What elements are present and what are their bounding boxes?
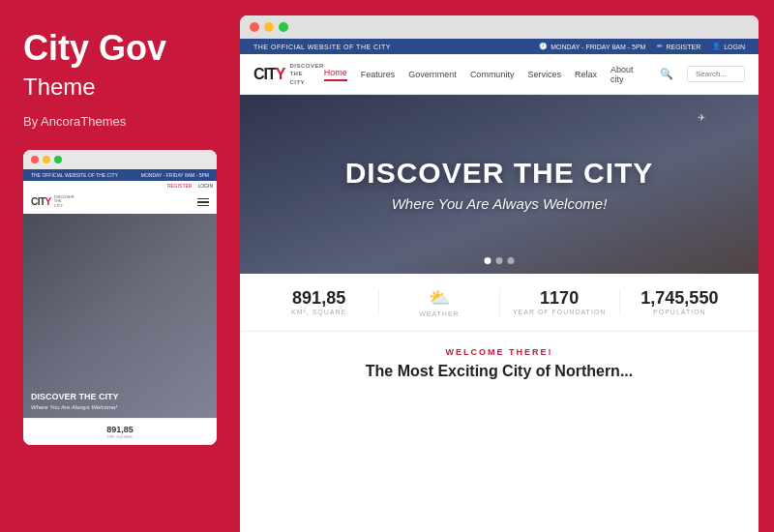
rdot-green bbox=[279, 22, 288, 32]
mini-stat-num: 891,85 bbox=[106, 425, 134, 434]
mini-logo-text: CITY bbox=[31, 196, 51, 207]
right-browser-bar bbox=[240, 15, 759, 39]
mini-stat-square: 891,85 KM², SQUARE bbox=[106, 425, 134, 439]
desktop-navbar: CITY DISCOVER THE CITY Home Features Gov… bbox=[240, 54, 759, 95]
desktop-topbar-right: 🕗 MONDAY - FRIDAY 8AM - 5PM ✏ REGISTER 👤… bbox=[539, 43, 745, 50]
desktop-logo-text: CITY bbox=[253, 66, 284, 83]
mini-schedule: MONDAY - FRIDAY 8AM - 5PM bbox=[141, 172, 209, 178]
theme-subtitle: Theme bbox=[23, 74, 217, 101]
desktop-hero: ✈ DISCOVER THE CITY Where You Are Always… bbox=[240, 95, 759, 274]
weather-icon: ⛅ bbox=[389, 287, 489, 309]
desktop-topbar-left: THE OFFICIAL WEBSITE OF THE CITY bbox=[253, 44, 391, 50]
stat-population: 1,745,550 POPULATION bbox=[620, 289, 739, 315]
login-icon: 👤 bbox=[712, 43, 721, 50]
nav-item-features[interactable]: Features bbox=[361, 70, 396, 79]
desktop-welcome: WELCOME THERE! The Most Exciting City of… bbox=[240, 332, 759, 396]
nav-item-about[interactable]: About city bbox=[610, 65, 646, 84]
mini-stat-label: KM², SQUARE bbox=[106, 434, 134, 439]
theme-title: City Gov bbox=[23, 29, 217, 68]
search-icon[interactable]: 🔍 bbox=[660, 68, 673, 80]
stat-foundation-num: 1170 bbox=[510, 289, 610, 307]
stat-population-label: POPULATION bbox=[630, 309, 729, 315]
mini-browser: THE OFFICIAL WEBSITE OF THE CITY MONDAY … bbox=[23, 150, 217, 445]
stat-square: 891,85 KM², SQUARE bbox=[259, 289, 379, 315]
nav-item-services[interactable]: Services bbox=[527, 70, 561, 79]
stat-square-label: KM², SQUARE bbox=[269, 309, 369, 315]
desktop-hero-title: DISCOVER THE CITY bbox=[345, 157, 654, 190]
mini-hero-bg bbox=[23, 214, 217, 418]
stat-foundation: 1170 YEAR OF FOUNDATION bbox=[500, 289, 620, 315]
mini-login: LOGIN bbox=[197, 183, 213, 189]
rdot-yellow bbox=[264, 22, 274, 32]
rdot-red bbox=[250, 22, 259, 32]
stat-population-num: 1,745,550 bbox=[630, 289, 729, 307]
desktop-logo-sub: DISCOVER THE CITY bbox=[289, 62, 323, 86]
nav-item-community[interactable]: Community bbox=[470, 70, 515, 79]
login-link[interactable]: 👤 LOGIN bbox=[712, 43, 745, 50]
dot-yellow bbox=[43, 156, 50, 163]
mini-register: REGISTER bbox=[167, 183, 193, 189]
theme-by: By AncoraThemes bbox=[23, 114, 217, 129]
desktop-stats: 891,85 KM², SQUARE ⛅ WEATHER 1170 YEAR O… bbox=[240, 274, 759, 332]
nav-item-home[interactable]: Home bbox=[324, 68, 347, 81]
bird-icon: ✈ bbox=[698, 112, 705, 123]
left-panel: City Gov Theme By AncoraThemes THE OFFIC… bbox=[0, 0, 240, 532]
mini-topbar-right: MONDAY - FRIDAY 8AM - 5PM bbox=[141, 172, 209, 178]
mini-navbar: CITY DISCOVER THE CITY bbox=[23, 191, 217, 214]
desktop-nav-items: Home Features Government Community Servi… bbox=[324, 65, 745, 84]
register-link[interactable]: ✏ REGISTER bbox=[657, 43, 700, 50]
mini-topbar: THE OFFICIAL WEBSITE OF THE CITY MONDAY … bbox=[23, 169, 217, 181]
stat-weather-label: WEATHER bbox=[389, 310, 489, 317]
mini-logo: CITY DISCOVER THE CITY bbox=[31, 195, 74, 209]
desktop-logo: CITY DISCOVER THE CITY bbox=[253, 62, 324, 86]
nav-item-relax[interactable]: Relax bbox=[575, 70, 597, 79]
desktop-hero-subtitle: Where You Are Always Welcome! bbox=[392, 195, 608, 212]
dot-green bbox=[54, 156, 62, 163]
search-input[interactable] bbox=[687, 66, 745, 82]
stat-foundation-label: YEAR OF FOUNDATION bbox=[510, 309, 610, 315]
mini-browser-bar bbox=[23, 150, 217, 169]
mini-hamburger-icon[interactable] bbox=[197, 198, 209, 207]
mini-hero: DISCOVER THE CITY Where You Are Always W… bbox=[23, 214, 217, 418]
stat-square-num: 891,85 bbox=[269, 289, 369, 307]
register-icon: ✏ bbox=[657, 43, 663, 50]
nav-item-government[interactable]: Government bbox=[408, 70, 457, 79]
desktop-topbar: THE OFFICIAL WEBSITE OF THE CITY 🕗 MONDA… bbox=[240, 39, 759, 54]
welcome-title: The Most Exciting City of Northern... bbox=[259, 363, 739, 380]
clock-icon: 🕗 bbox=[539, 43, 548, 50]
welcome-label: WELCOME THERE! bbox=[259, 347, 739, 357]
mini-topbar-left: THE OFFICIAL WEBSITE OF THE CITY bbox=[31, 172, 118, 178]
desktop-schedule: 🕗 MONDAY - FRIDAY 8AM - 5PM bbox=[539, 43, 645, 50]
right-panel: THE OFFICIAL WEBSITE OF THE CITY 🕗 MONDA… bbox=[240, 15, 759, 532]
dot-red bbox=[31, 156, 39, 163]
desktop-hero-content: DISCOVER THE CITY Where You Are Always W… bbox=[240, 95, 759, 274]
stat-weather: ⛅ WEATHER bbox=[379, 287, 499, 317]
mini-hero-subtitle: Where You Are Always Welcome! bbox=[31, 404, 209, 410]
mini-stats: 891,85 KM², SQUARE bbox=[23, 418, 217, 445]
mini-logo-sub: DISCOVER THE CITY bbox=[54, 195, 74, 209]
mini-hero-title: DISCOVER THE CITY bbox=[31, 392, 209, 402]
